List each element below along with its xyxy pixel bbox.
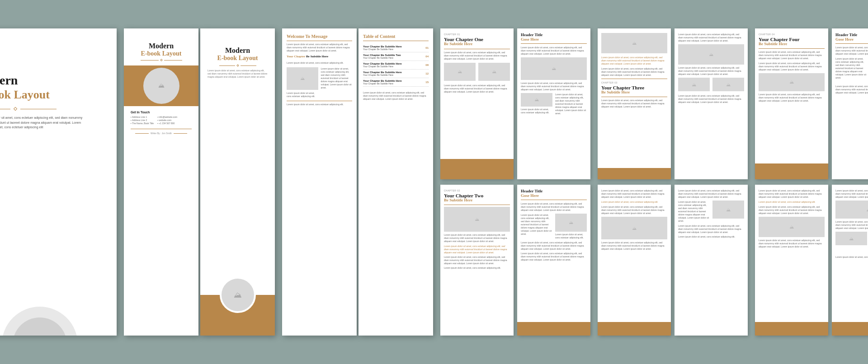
ch2-right-bottom-bar	[517, 322, 590, 336]
toc-heading: Table of Content	[363, 34, 429, 39]
ch4-right-body1: Lorem ipsum dolor sit amet, cons ectetue…	[835, 46, 868, 56]
ch3-right-cont-img: ⛰	[712, 201, 744, 219]
title-page-title: Modern	[206, 47, 269, 55]
ch4-right-cont-img1: ⛰	[835, 201, 868, 219]
ch3-cont-left-content: Lorem ipsum dolor sit amet, cons ectetue…	[598, 185, 671, 251]
ch4-right-cont-bottom-bar	[832, 322, 868, 336]
ch4-header-title2: Gose Here	[835, 37, 868, 42]
main-layout: Modern E-book Layout Lorem ipsum dolor s…	[0, 19, 868, 345]
ch4-right-cont-img2: ⛰	[835, 232, 867, 245]
ch2-body2: Lorem ipsum dolor sit amet, cons ectetue…	[444, 245, 510, 254]
ch3-top-text1: Lorem ipsum dolor sit amet, cons ectetue…	[601, 56, 667, 65]
cover-panel: Modern E-book Layout Lorem ipsum dolor s…	[0, 28, 117, 336]
ch3-right-cont-text1: Lorem ipsum dolor sit amet, cons ectetue…	[678, 189, 744, 199]
ch4-right-cont-text1: Lorem ipsum dolor sit amet, cons ectetue…	[835, 189, 868, 199]
toc-entry-5: Your Chapter Be Subtitle Here Your Chapt…	[363, 78, 429, 87]
chapter2-row: Chapter 02 Your Chapter Two Be Subtitle …	[440, 185, 590, 336]
ch4-cont-text4: Lorem ipsum dolor sit amet, cons ectetue…	[759, 239, 825, 248]
title-circle-icon: ⛰	[234, 290, 242, 300]
ch2-body1: Lorem ipsum dolor sit amet, cons ectetue…	[444, 233, 510, 243]
toc-content: Table of Content Your Chapter Be Subtitl…	[359, 28, 433, 106]
ch4-img1: ⛰	[759, 73, 825, 91]
chapter3-bottom-row: Lorem ipsum dolor sit amet, cons ectetue…	[598, 185, 748, 336]
contact-col2: ▪ info@website.com▪ website.com▪ +1 234 …	[157, 116, 177, 125]
toc-entry-1: Your Chapter Be Subtitle Here Your Chapt…	[363, 44, 429, 52]
toc-entry-3: Your Chapter Be Subtitle Here Your Chapt…	[363, 61, 429, 70]
toc-entry-2: Your Chapter Be Subtitle Two Your Chapte…	[363, 52, 429, 61]
welcome-heading: Welcome To Message	[287, 34, 352, 39]
chapter1-label: Chapter 01	[444, 33, 510, 36]
cover-content: Modern E-book Layout Lorem ipsum dolor s…	[0, 28, 117, 336]
chapter4-bottom-row: Lorem ipsum dolor sit amet, cons ectetue…	[755, 185, 868, 336]
title-page-bottom-bar: ⛰	[200, 295, 275, 336]
chapter1-right-content: Header Title Gose Here Lorem ipsum dolor…	[517, 28, 590, 115]
ch3-top-text2: Lorem ipsum dolor sit amet, cons ectetue…	[601, 67, 667, 77]
chapter3-right-page: Lorem ipsum dolor sit amet, cons ectetue…	[675, 28, 748, 179]
get-in-touch-label: Get In Touch	[131, 111, 192, 114]
chapter3-subtitle: Be Subtitle Here	[601, 90, 667, 95]
back-cover-contact: Get In Touch ▪ Address Line 1▪ Address L…	[124, 106, 198, 140]
ch4-cont-text1: Lorem ipsum dolor sit amet, cons ectetue…	[759, 189, 825, 199]
toc-extra-text: Lorem ipsum dolor sit amet, cons ectetue…	[363, 91, 429, 101]
chapter2-subtitle: Be Subtitle Here	[444, 198, 510, 203]
ch3-cont-img1: ⛰	[601, 217, 667, 239]
back-writer: Writer By : Jon Smith	[151, 132, 172, 135]
title-page-desc: Lorem ipsum dolor sit amet, cons ectetue…	[206, 69, 269, 79]
ch4-body3: Lorem ipsum dolor sit amet, cons ectetue…	[759, 93, 825, 103]
chapter2-right-page: Header Title Gose Here Lorem ipsum dolor…	[517, 185, 590, 336]
ch3-right-cont-text3: Lorem ipsum dolor sit amet, cons ectetue…	[678, 235, 744, 238]
chapter3-left-content: ⛰ Lorem ipsum dolor sit amet, cons ectet…	[598, 28, 671, 108]
ch4-right-cont-text3: Lorem ipsum dolor sit amet, cons ectetue…	[835, 256, 868, 259]
welcome-body2: Lorem ipsum dolor sit amet, cons ectetue…	[287, 61, 352, 65]
ch1-right-img: ⛰	[521, 57, 587, 80]
chapter1-body: Lorem ipsum dolor sit amet, cons ectetue…	[444, 51, 510, 61]
ch4-body1: Lorem ipsum dolor sit amet, cons ectetue…	[759, 51, 825, 60]
welcome-toc-spread: Welcome To Message Lorem ipsum dolor sit…	[282, 28, 433, 336]
ch4-cont-text3: Lorem ipsum dolor sit amet, cons ectetue…	[759, 205, 825, 215]
ch2-right-body2: Lorem ipsum dolor sit amet, cons ectetue…	[521, 241, 587, 251]
title-page: Modern E-book Layout Lorem ipsum dolor s…	[200, 28, 275, 336]
ch3-right-body1: Lorem ipsum dolor sit amet, cons ectetue…	[678, 33, 744, 42]
ch4-right-cont-text2: Lorem ipsum dolor sit amet, cons ectetue…	[835, 220, 868, 230]
chapter1-right-page: Header Title Gose Here Lorem ipsum dolor…	[517, 28, 590, 179]
ch1-header-title2: Gose Here	[521, 37, 587, 42]
ch3-right-cont-text2: Lorem ipsum dolor sit amet, cons ectetue…	[678, 224, 744, 234]
chapter2-right-content: Header Title Gose Here Lorem ipsum dolor…	[517, 185, 590, 261]
back-cover-middle: ⛰	[124, 65, 198, 106]
toc-entry-4: Your Chapter Be Subtitle Here Your Chapt…	[363, 70, 429, 78]
chapter4-right-page: Header Title Gose Here Lorem ipsum dolor…	[832, 28, 868, 179]
ch3-cont-right-content: Lorem ipsum dolor sit amet, cons ectetue…	[675, 185, 748, 238]
cover-subtitle: E-book Layout	[0, 89, 105, 102]
ch3-body1: Lorem ipsum dolor sit amet, cons ectetue…	[601, 99, 667, 108]
ch2-body3: Lorem ipsum dolor sit amet, cons ectetue…	[444, 256, 510, 265]
ch3-cont-text3: Lorem ipsum dolor sit amet, cons ectetue…	[601, 205, 667, 215]
chapter4-subtitle: Be Subtitle Here	[759, 42, 825, 47]
ch2-right-body1: Lorem ipsum dolor sit amet, cons ectetue…	[521, 202, 587, 212]
chapter4-left-page: Chapter 04 Your Chapter Four Be Subtitle…	[755, 28, 828, 179]
ch4-cont-text2: Lorem ipsum dolor sit amet, cons ectetue…	[759, 201, 825, 204]
ch4-body2: Lorem ipsum dolor sit amet, cons ectetue…	[759, 62, 825, 71]
toc-page: Table of Content Your Chapter Be Subtitl…	[359, 28, 433, 336]
ch2-body4: Lorem ipsum dolor sit amet, cons ectetue…	[444, 266, 510, 270]
chapter1-left-content: Chapter 01 Your Chapter One Be Subtitle …	[440, 28, 514, 93]
welcome-caption1: Lorem ipsum dolor sit amet, cons ectetue…	[287, 92, 318, 98]
welcome-body1: Lorem ipsum dolor sit amet, cons ectetue…	[287, 43, 352, 52]
ch3-right-body2: Lorem ipsum dolor sit amet, cons ectetue…	[678, 66, 744, 76]
ch2-right-body3: Lorem ipsum dolor sit amet, cons ectetue…	[521, 252, 587, 261]
welcome-chapter-heading: Your Chapter Be Subtitle Here	[287, 55, 352, 59]
ch1-right-body1: Lorem ipsum dolor sit amet, cons ectetue…	[521, 46, 587, 56]
ch3-right-img1: ⛰	[678, 44, 744, 65]
back-title: Modern	[131, 42, 192, 50]
ch3-right-img2: ⛰	[678, 78, 710, 91]
chapter4-label: Chapter 04	[759, 33, 825, 36]
ch2-right-img: ⛰	[555, 214, 587, 232]
ch4-cont-right-content: Lorem ipsum dolor sit amet, cons ectetue…	[832, 185, 868, 259]
chapter4-top-row: Chapter 04 Your Chapter Four Be Subtitle…	[755, 28, 868, 179]
ch3-cont-text2: Lorem ipsum dolor sit amet, cons ectetue…	[601, 201, 667, 204]
toc-entries: Your Chapter Be Subtitle Here Your Chapt…	[363, 44, 429, 87]
welcome-page: Welcome To Message Lorem ipsum dolor sit…	[282, 28, 357, 336]
ch3-right-img3: ⛰	[712, 78, 744, 91]
ch3-top-img: ⛰	[601, 33, 667, 53]
back-cover-top: Modern E-book Layout	[124, 28, 198, 65]
chapter1-row: Chapter 01 Your Chapter One Be Subtitle …	[440, 28, 590, 179]
